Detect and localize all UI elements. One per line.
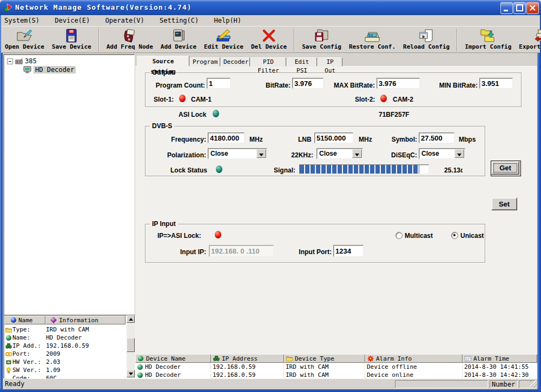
resize-grip-icon[interactable] <box>530 381 537 388</box>
chevron-down-icon <box>259 154 263 156</box>
save-device-button[interactable]: Save Device <box>48 28 95 50</box>
open-device-button[interactable]: Open Device <box>1 28 48 50</box>
slot2-label: Slot-2: <box>355 96 375 103</box>
info-table-header: Name Information <box>4 316 126 324</box>
polarization-dropdown-button[interactable] <box>256 149 266 158</box>
app-icon <box>4 3 13 12</box>
restore-conf-button[interactable]: Restore Conf. <box>345 28 399 50</box>
device-ball-icon <box>137 372 143 378</box>
minimize-button[interactable] <box>500 2 513 14</box>
edit-device-button[interactable]: Edit Device <box>200 28 247 50</box>
menu-device[interactable]: Device(E) <box>51 15 93 26</box>
restore-conf-icon <box>364 28 381 43</box>
unicast-radio[interactable] <box>451 232 458 239</box>
diseqc-dropdown-button[interactable] <box>454 149 464 158</box>
alarm-header-alarm-time[interactable]: Alarm Time <box>463 354 537 363</box>
lnb-field[interactable] <box>314 132 353 143</box>
folder-icon <box>5 327 12 333</box>
alarm-cell-ip: 192.168.0.59 <box>211 363 284 371</box>
symbol-unit: Mbps <box>459 136 476 143</box>
set-button-label: Set <box>499 200 510 208</box>
window-border-left <box>0 15 3 392</box>
info-header-name[interactable]: Name <box>4 316 45 324</box>
close-button[interactable] <box>526 2 539 14</box>
alarm-row[interactable]: HD Decoder 192.168.0.59 IRD with CAM Dev… <box>135 363 537 371</box>
scroll-down-button[interactable] <box>127 370 135 377</box>
scroll-down-icon <box>129 373 133 375</box>
export-config-button[interactable]: Export Config <box>515 28 541 50</box>
alarm-icon <box>367 355 374 362</box>
tab-source-setting[interactable]: Source setting <box>137 56 189 67</box>
scroll-thumb[interactable] <box>127 338 135 352</box>
max-bitrate-field[interactable] <box>377 78 420 89</box>
tree-node-hd-decoder[interactable]: HD Decoder <box>23 66 76 74</box>
clock-icon <box>465 355 471 362</box>
asi-code-value: 71BF257F <box>379 111 410 118</box>
import-config-button[interactable]: Import Config <box>461 28 515 50</box>
alarm-cell-device-name: HD Decoder <box>135 371 211 378</box>
polarization-combo[interactable]: Close <box>208 148 267 159</box>
info-scrollbar[interactable] <box>127 315 135 377</box>
menu-system[interactable]: System(S) <box>1 15 43 26</box>
alarm-table-header: Device Name IP Address Device Type Alarm… <box>135 354 537 363</box>
khz22-combo[interactable]: Close <box>316 148 363 159</box>
info-value: 2.03 <box>46 358 61 366</box>
add-device-button[interactable]: Add Device <box>157 28 200 50</box>
maximize-button[interactable] <box>513 2 526 14</box>
khz22-label: 22KHz: <box>282 151 313 159</box>
save-config-button[interactable]: Save Config <box>298 28 345 50</box>
scroll-up-button[interactable] <box>127 315 135 323</box>
frequency-field[interactable] <box>208 132 245 143</box>
tree-node-root[interactable]: 385 <box>7 57 37 65</box>
multicast-radio[interactable] <box>395 232 403 239</box>
tab-program[interactable]: Program <box>190 57 220 67</box>
unicast-label: Unicast <box>460 232 484 240</box>
tree-expander-icon[interactable] <box>7 58 13 64</box>
symbol-field[interactable] <box>419 132 454 143</box>
menu-setting[interactable]: Setting(C) <box>156 15 202 26</box>
get-button-label: Get <box>499 164 511 172</box>
min-bitrate-field[interactable] <box>479 78 513 89</box>
get-button[interactable]: Get <box>491 161 519 175</box>
menu-operate[interactable]: Operate(V) <box>102 15 148 26</box>
input-port-field[interactable] <box>333 245 364 257</box>
dvbs-group-label: DVB-S <box>150 122 174 130</box>
title-bar: Network Manage Software(Version:4.74) <box>0 0 541 15</box>
tab-bar: Source setting Program Decoder PID Filte… <box>137 56 343 67</box>
port-icon <box>5 351 12 357</box>
khz22-dropdown-button[interactable] <box>352 149 362 158</box>
del-device-button[interactable]: Del Device <box>247 28 291 50</box>
alarm-header-alarm-info[interactable]: Alarm Info <box>365 354 463 363</box>
info-header-information[interactable]: Information <box>45 316 126 324</box>
diseqc-combo[interactable]: Close <box>419 148 465 159</box>
bitrate-label: BitRate: <box>260 82 291 89</box>
edit-device-icon <box>215 28 232 43</box>
toolbar-separator <box>457 29 458 51</box>
toolbar-label: Del Device <box>251 43 287 50</box>
input-ip-field[interactable] <box>209 245 274 257</box>
menu-help[interactable]: Help(H) <box>211 15 245 26</box>
tab-decoder[interactable]: Decoder <box>221 57 250 67</box>
info-name: Type: <box>12 326 46 333</box>
alarm-header-device-type[interactable]: Device Type <box>284 354 365 363</box>
tab-edit-psi[interactable]: Edit PSI <box>287 57 317 67</box>
frequency-label: Frequency: <box>156 136 206 143</box>
bitrate-field[interactable] <box>292 78 324 89</box>
asi-lock-led <box>213 110 219 117</box>
alarm-header-device-name[interactable]: Device Name <box>135 354 211 363</box>
program-count-field[interactable] <box>207 78 230 89</box>
tab-pid-filter[interactable]: PID Filter <box>250 57 286 67</box>
toolbar-label: Edit Device <box>204 43 243 50</box>
tab-ip-out[interactable]: IP Out <box>318 57 342 67</box>
chip-icon <box>5 359 12 366</box>
minimize-icon <box>501 3 512 14</box>
alarm-header-ip-address[interactable]: IP Address <box>211 354 284 363</box>
toolbar-label: Export Config <box>519 43 541 50</box>
add-freq-node-button[interactable]: Add Freq Node <box>103 28 157 50</box>
toolbar-label: Import Config <box>465 43 511 50</box>
set-button[interactable]: Set <box>491 197 517 210</box>
reload-config-button[interactable]: Reload Config <box>399 28 453 50</box>
alarm-row[interactable]: HD Decoder 192.168.0.59 IRD with CAM Dev… <box>135 371 537 378</box>
info-row-hw: HW Ver.: 2.03 <box>5 358 125 366</box>
info-row-name: Name: HD Decoder <box>5 334 125 342</box>
